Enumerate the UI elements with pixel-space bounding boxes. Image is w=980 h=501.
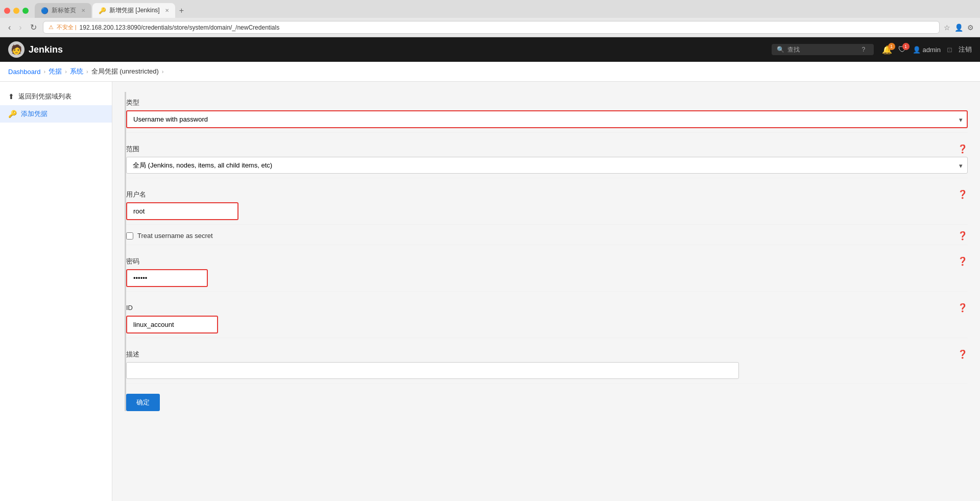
insecure-icon: ⚠: [49, 24, 54, 31]
search-help-icon[interactable]: ?: [862, 46, 866, 53]
password-help-icon[interactable]: ❓: [958, 256, 968, 266]
notifications-button[interactable]: 🔔 1: [882, 45, 892, 55]
header-divider: ⊡: [947, 46, 952, 54]
alert-badge: 1: [902, 43, 910, 50]
type-field-header: 类型: [126, 96, 968, 110]
jenkins-logo[interactable]: 🧑 Jenkins: [8, 41, 63, 58]
password-section: 密码 ❓: [126, 250, 968, 292]
close-window-button[interactable]: [4, 8, 10, 14]
notification-badge: 1: [888, 43, 895, 50]
maximize-window-button[interactable]: [22, 8, 29, 14]
id-field-header: ID ❓: [126, 301, 968, 316]
scope-label: 范围: [126, 145, 139, 154]
submit-section: 确定: [126, 384, 968, 411]
logout-button[interactable]: 注销: [959, 45, 972, 54]
sidebar-item-back[interactable]: ⬆ 返回到凭据域列表: [0, 88, 112, 105]
add-credentials-icon: 🔑: [8, 110, 17, 118]
jenkins-logo-text: Jenkins: [29, 44, 63, 55]
tab1-close[interactable]: ✕: [81, 8, 85, 13]
id-section: ID ❓: [126, 297, 968, 338]
jenkins-header: 🧑 Jenkins 🔍 ? 🔔 1 🛡 1 👤 admin ⊡ 注销: [0, 37, 980, 62]
username-input[interactable]: [126, 202, 238, 220]
breadcrumb-system[interactable]: 系统: [70, 67, 83, 76]
description-section: 描述 ❓: [126, 343, 968, 384]
scope-section: 范围 ❓ 全局 (Jenkins, nodes, items, all chil…: [126, 138, 968, 178]
extensions-button[interactable]: ⚙: [967, 23, 974, 32]
breadcrumb-global: 全局凭据 (unrestricted): [91, 67, 159, 76]
sidebar: ⬆ 返回到凭据域列表 🔑 添加凭据: [0, 82, 112, 501]
tab-jenkins-newcredentials[interactable]: 🔑 新增凭据 [Jenkins] ✕: [92, 3, 175, 18]
user-icon: 👤: [913, 46, 921, 54]
password-input[interactable]: [126, 269, 208, 287]
username-label: 用户名: [126, 190, 146, 199]
breadcrumb: Dashboard › 凭据 › 系统 › 全局凭据 (unrestricted…: [0, 62, 980, 82]
id-help-icon[interactable]: ❓: [958, 303, 968, 313]
tab1-title: 新标签页: [52, 6, 76, 15]
alerts-button[interactable]: 🛡 1: [898, 45, 906, 54]
treat-username-checkbox[interactable]: [126, 232, 133, 240]
password-label: 密码: [126, 257, 139, 266]
treat-username-row: Treat username as secret ❓: [126, 227, 968, 245]
back-button[interactable]: ‹: [6, 22, 13, 33]
type-select-wrapper: Username with password SSH Username with…: [126, 110, 968, 128]
new-tab-button[interactable]: +: [176, 6, 187, 15]
breadcrumb-credentials[interactable]: 凭据: [49, 67, 62, 76]
user-label: admin: [923, 46, 941, 54]
form-container: 类型 Username with password SSH Username w…: [125, 92, 968, 411]
breadcrumb-sep3: ›: [86, 68, 88, 75]
address-bar[interactable]: ⚠ 不安全 | 192.168.200.123:8090/credentials…: [43, 21, 940, 34]
description-field-header: 描述 ❓: [126, 347, 968, 362]
treat-username-label[interactable]: Treat username as secret: [137, 232, 213, 240]
password-field-header: 密码 ❓: [126, 254, 968, 269]
type-select[interactable]: Username with password SSH Username with…: [126, 110, 968, 128]
submit-button[interactable]: 确定: [126, 394, 160, 411]
sidebar-back-label: 返回到凭据域列表: [18, 92, 71, 101]
sidebar-add-label: 添加凭据: [21, 109, 47, 118]
scope-select[interactable]: 全局 (Jenkins, nodes, items, all child ite…: [126, 157, 968, 174]
bookmark-button[interactable]: ☆: [944, 23, 950, 32]
user-menu[interactable]: 👤 admin: [913, 46, 941, 54]
username-section: 用户名 ❓: [126, 183, 968, 225]
traffic-lights: [4, 8, 29, 14]
tab2-favicon: 🔑: [99, 7, 106, 14]
description-label: 描述: [126, 350, 139, 359]
type-section: 类型 Username with password SSH Username w…: [126, 92, 968, 133]
username-help-icon[interactable]: ❓: [958, 189, 968, 199]
treat-username-help-icon[interactable]: ❓: [958, 231, 968, 241]
profile-button[interactable]: 👤: [954, 23, 963, 32]
search-icon: 🔍: [777, 46, 784, 53]
scope-help-icon[interactable]: ❓: [958, 144, 968, 154]
breadcrumb-sep2: ›: [65, 68, 67, 75]
scope-select-wrapper: 全局 (Jenkins, nodes, items, all child ite…: [126, 157, 968, 174]
header-icons: 🔔 1 🛡 1 👤 admin ⊡ 注销: [882, 45, 972, 55]
scope-field-header: 范围 ❓: [126, 142, 968, 157]
content-area: 类型 Username with password SSH Username w…: [112, 82, 980, 501]
minimize-window-button[interactable]: [13, 8, 19, 14]
id-input[interactable]: [126, 316, 218, 333]
breadcrumb-dashboard[interactable]: Dashboard: [8, 68, 41, 76]
address-bar-row: ‹ › ↻ ⚠ 不安全 | 192.168.200.123:8090/crede…: [0, 18, 980, 37]
jenkins-logo-icon: 🧑: [8, 41, 25, 58]
search-input[interactable]: [787, 46, 859, 53]
url-text: 192.168.200.123:8090/credentials/store/s…: [80, 24, 280, 31]
id-label: ID: [126, 304, 133, 312]
main-layout: ⬆ 返回到凭据域列表 🔑 添加凭据 类型 Username with passw…: [0, 82, 980, 501]
browser-chrome: 🔵 新标签页 ✕ 🔑 新增凭据 [Jenkins] ✕ + ‹ › ↻ ⚠ 不安…: [0, 0, 980, 37]
search-box[interactable]: 🔍 ?: [772, 44, 874, 55]
tab-newtab[interactable]: 🔵 新标签页 ✕: [35, 3, 91, 18]
tab2-close[interactable]: ✕: [165, 8, 169, 13]
tab1-favicon: 🔵: [41, 7, 49, 14]
tab2-title: 新增凭据 [Jenkins]: [109, 6, 160, 15]
breadcrumb-sep4: ›: [162, 68, 164, 75]
url-prefix: 不安全 |: [57, 23, 77, 31]
type-label: 类型: [126, 98, 139, 107]
back-icon: ⬆: [8, 92, 14, 101]
breadcrumb-sep1: ›: [44, 68, 46, 75]
sidebar-item-add-credentials[interactable]: 🔑 添加凭据: [0, 105, 112, 123]
description-help-icon[interactable]: ❓: [958, 349, 968, 359]
description-input[interactable]: [126, 362, 739, 379]
tab-bar: 🔵 新标签页 ✕ 🔑 新增凭据 [Jenkins] ✕ +: [0, 0, 980, 18]
username-field-header: 用户名 ❓: [126, 187, 968, 202]
reload-button[interactable]: ↻: [28, 21, 39, 33]
forward-button[interactable]: ›: [17, 22, 23, 33]
